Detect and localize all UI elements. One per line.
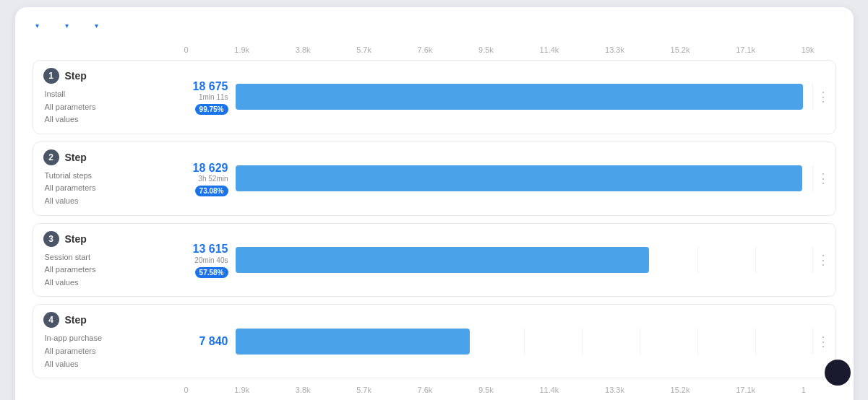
more-options-button[interactable]: ⋮ [817,335,830,348]
step-count: 18 629 [193,161,228,175]
step-block-4: 4 Step In-app purchase All parameters Al… [33,304,836,378]
step-bar [236,84,804,110]
b-axis-label-1: 1.9k [234,386,249,394]
brand-logo [825,360,851,386]
chart-area: 0 1.9k 3.8k 5.7k 7.6k 9.5k 11.4k 13.3k 1… [33,41,836,394]
b-axis-label-10: 19k [802,386,815,394]
step-meta: 18 629 3h 52min 73.08% [185,161,236,196]
b-axis-label-8: 15.2k [671,386,690,394]
axis-top-labels: 0 1.9k 3.8k 5.7k 7.6k 9.5k 11.4k 13.3k 1… [184,45,815,54]
grid-line [755,329,756,355]
step-row: 4 Step In-app purchase All parameters Al… [33,312,835,370]
step-params: All parameters [45,264,179,277]
bar-area [236,84,835,110]
axis-label-5: 9.5k [478,45,494,54]
step-number: 1 [43,68,59,84]
grid-line [582,329,583,355]
more-options-button[interactable]: ⋮ [817,90,830,103]
step-values: All values [45,113,179,126]
b-axis-label-5: 9.5k [478,386,494,394]
toolbar: ▾ ▾ ▾ [33,22,836,30]
step-count: 18 675 [193,79,228,93]
aggregate-chevron-icon: ▾ [65,22,69,30]
step-bar [236,165,802,191]
axis-label-4: 7.6k [418,45,433,54]
step-event: Tutorial steps [45,170,179,183]
step-bar [236,247,650,273]
step-title: Step [65,314,87,326]
axis-bottom-labels: 0 1.9k 3.8k 5.7k 7.6k 9.5k 11.4k 13.3k 1… [184,386,815,394]
b-axis-label-2: 3.8k [296,386,311,394]
grid-line [640,329,640,355]
b-axis-label-7: 13.3k [605,386,624,394]
step-params: All parameters [45,101,179,114]
axis-label-1: 1.9k [234,45,249,54]
axis-label-7: 13.3k [605,45,624,54]
step-title: Step [65,152,87,163]
steps-container: 1 Step Install All parameters All values… [33,60,836,378]
more-options-button[interactable]: ⋮ [817,253,830,266]
b-axis-label-4: 7.6k [418,386,433,394]
b-axis-label-9: 17.1k [736,386,755,394]
grid-line [812,247,813,273]
bar-area [236,247,835,273]
step-left: 4 Step In-app purchase All parameters Al… [33,312,185,370]
bar-area [236,165,835,191]
step-time: 3h 52min [198,175,228,183]
axis-label-3: 5.7k [356,45,371,54]
step-number: 3 [43,231,59,247]
b-axis-label-0: 0 [184,386,189,394]
step-block-1: 1 Step Install All parameters All values… [33,60,836,134]
step-meta: 7 840 [185,334,236,348]
step-header: 1 Step [43,68,179,84]
step-row: 3 Step Session start All parameters All … [33,231,835,290]
step-details: Install All parameters All values [43,88,179,126]
report-type-dropdown[interactable]: ▾ [33,22,39,30]
step-row: 2 Step Tutorial steps All parameters All… [33,149,835,208]
step-values: All values [45,195,179,208]
axis-label-6: 11.4k [539,45,559,54]
step-number: 2 [43,149,59,165]
axis-top-row: 0 1.9k 3.8k 5.7k 7.6k 9.5k 11.4k 13.3k 1… [33,45,836,54]
grid-line [524,329,525,355]
step-values: All values [45,358,179,371]
axis-label-10: 19k [802,45,815,54]
step-values: All values [45,277,179,290]
step-header: 2 Step [43,149,179,165]
step-time: 1min 11s [199,93,228,101]
axis-label-8: 15.2k [671,45,690,54]
step-event: In-app purchase [45,332,179,345]
aggregate-by-dropdown[interactable]: ▾ [62,22,69,30]
grid-line [812,84,813,110]
step-meta: 13 615 20min 40s 57.58% [185,242,236,277]
conversion-time-dropdown[interactable]: ▾ [92,22,98,30]
step-row: 1 Step Install All parameters All values… [33,68,835,126]
step-params: All parameters [45,345,179,358]
b-axis-label-6: 11.4k [539,386,559,394]
step-details: Session start All parameters All values [43,251,179,290]
axis-label-9: 17.1k [736,45,755,54]
step-left: 3 Step Session start All parameters All … [33,231,185,290]
step-bar [236,329,470,355]
b-axis-label-3: 5.7k [356,386,371,394]
step-pct-badge: 73.08% [195,186,228,196]
step-event: Session start [45,251,179,264]
conversion-value[interactable]: ▾ [92,22,98,30]
bar-area [236,329,835,355]
step-number: 4 [43,312,59,328]
step-count: 7 840 [199,334,228,348]
grid-line [697,247,698,273]
report-type-chevron-icon: ▾ [35,22,39,30]
grid-line [697,329,698,355]
grid-line [755,247,756,273]
step-pct-badge: 57.58% [195,267,228,278]
step-block-3: 3 Step Session start All parameters All … [33,223,836,297]
report-type-value[interactable]: ▾ [33,22,39,30]
axis-bottom-row: 0 1.9k 3.8k 5.7k 7.6k 9.5k 11.4k 13.3k 1… [33,386,836,394]
step-left: 1 Step Install All parameters All values [33,68,185,126]
step-header: 4 Step [43,312,179,328]
step-params: All parameters [45,182,179,195]
aggregate-value[interactable]: ▾ [62,22,69,30]
more-options-button[interactable]: ⋮ [817,172,830,185]
step-details: In-app purchase All parameters All value… [43,332,179,370]
